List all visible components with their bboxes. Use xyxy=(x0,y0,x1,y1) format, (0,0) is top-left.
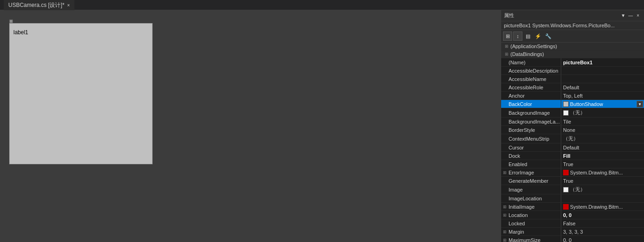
prop-row-dock: Dock Fill xyxy=(501,152,644,160)
prop-row-bgimagelayout: BackgroundImageLa... Tile xyxy=(501,118,644,126)
prop-value-name[interactable]: pictureBox1 xyxy=(561,58,644,66)
prop-name-imagelocation: ImageLocation xyxy=(501,194,561,202)
backcolor-dropdown[interactable]: ▼ xyxy=(637,101,643,107)
prop-value-dock[interactable]: Fill xyxy=(561,152,644,160)
prop-value-location[interactable]: 0, 0 xyxy=(561,211,644,219)
prop-row-accessible-desc: AccessibleDescription xyxy=(501,67,644,75)
prop-value-maximumsize[interactable]: 0, 0 xyxy=(561,236,644,242)
events-view-button[interactable]: ⚡ xyxy=(534,31,543,41)
prop-value-initialimage[interactable]: System.Drawing.Bitm... xyxy=(561,203,644,211)
prop-name-accessible-desc: AccessibleDescription xyxy=(501,67,561,74)
prop-row-name: (Name) pictureBox1 xyxy=(501,58,644,67)
tab-close-button[interactable]: × xyxy=(67,3,70,8)
prop-row-imagelocation: ImageLocation xyxy=(501,194,644,203)
properties-pin-button[interactable]: ▼ xyxy=(620,12,626,19)
prop-name-location: ⊞ Location xyxy=(501,211,561,219)
prop-row-backcolor: BackColor ButtonShadow ▼ xyxy=(501,100,644,108)
expand-icon-maximumsize[interactable]: ⊞ xyxy=(503,238,507,242)
properties-minimize-button[interactable]: — xyxy=(627,12,634,19)
image-swatch xyxy=(563,187,569,192)
categorized-view-button[interactable]: ⊞ xyxy=(503,31,512,41)
prop-row-initialimage: ⊞ InitialImage System.Drawing.Bitm... xyxy=(501,203,644,211)
form-resize-handle[interactable] xyxy=(9,19,13,23)
prop-value-bgimage[interactable]: （无） xyxy=(561,108,644,117)
prop-name-cursor: Cursor xyxy=(501,143,561,151)
label1: label1 xyxy=(13,29,28,36)
prop-value-enabled[interactable]: True xyxy=(561,160,644,168)
tab-usbcamera[interactable]: USBCamera.cs [设计]* × xyxy=(4,0,74,11)
prop-name-initialimage: ⊞ InitialImage xyxy=(501,203,561,211)
expand-icon-initialimage[interactable]: ⊞ xyxy=(503,205,507,209)
initialimage-icon xyxy=(563,204,569,210)
prop-value-anchor[interactable]: Top, Left xyxy=(561,92,644,99)
prop-value-backcolor[interactable]: ButtonShadow ▼ xyxy=(561,100,644,108)
prop-row-locked: Locked False xyxy=(501,219,644,228)
prop-row-contextmenu: ContextMenuStrip （无） xyxy=(501,134,644,143)
properties-table: ⊞ (ApplicationSettings) ⊞ (DataBindings)… xyxy=(501,43,644,242)
prop-value-accessible-role[interactable]: Default xyxy=(561,83,644,91)
property-pages-button[interactable]: 🔧 xyxy=(544,31,553,41)
component-selector[interactable]: pictureBox1 System.Windows.Forms.Picture… xyxy=(501,21,644,30)
prop-value-accessible-name[interactable] xyxy=(561,75,644,83)
prop-value-cursor[interactable]: Default xyxy=(561,143,644,151)
prop-value-locked[interactable]: False xyxy=(561,219,644,227)
prop-value-generatemember[interactable]: True xyxy=(561,177,644,185)
prop-value-accessible-desc[interactable] xyxy=(561,67,644,74)
prop-name-generatemember: GenerateMember xyxy=(501,177,561,185)
prop-name-maximumsize: ⊞ MaximumSize xyxy=(501,236,561,242)
prop-name-contextmenu: ContextMenuStrip xyxy=(501,134,561,143)
prop-row-location: ⊞ Location 0, 0 xyxy=(501,211,644,219)
prop-row-cursor: Cursor Default xyxy=(501,143,644,152)
image-text: （无） xyxy=(570,186,585,193)
prop-row-generatemember: GenerateMember True xyxy=(501,177,644,185)
prop-row-borderstyle: BorderStyle None xyxy=(501,126,644,134)
expand-icon-databindings: ⊞ xyxy=(505,52,509,56)
prop-name-locked: Locked xyxy=(501,219,561,227)
prop-row-margin: ⊞ Margin 3, 3, 3, 3 xyxy=(501,228,644,236)
prop-name-margin: ⊞ Margin xyxy=(501,228,561,236)
backcolor-text: ButtonShadow xyxy=(570,101,603,107)
prop-name-bgimagelayout: BackgroundImageLa... xyxy=(501,118,561,125)
prop-row-errorimage: ⊞ ErrorImage System.Drawing.Bitm... xyxy=(501,168,644,177)
prop-name-errorimage: ⊞ ErrorImage xyxy=(501,168,561,176)
prop-value-imagelocation[interactable] xyxy=(561,194,644,202)
properties-view-button[interactable]: ▤ xyxy=(523,31,533,41)
prop-row-accessible-role: AccessibleRole Default xyxy=(501,83,644,92)
prop-name-dock: Dock xyxy=(501,152,561,160)
prop-name-anchor: Anchor xyxy=(501,92,561,99)
prop-row-maximumsize: ⊞ MaximumSize 0, 0 xyxy=(501,236,644,242)
errorimage-text: System.Drawing.Bitm... xyxy=(570,170,623,175)
alphabetical-view-button[interactable]: ↕ xyxy=(513,31,522,41)
bgimage-swatch xyxy=(563,110,569,116)
prop-value-contextmenu[interactable]: （无） xyxy=(561,134,644,143)
prop-name-borderstyle: BorderStyle xyxy=(501,126,561,134)
group-databindings[interactable]: ⊞ (DataBindings) xyxy=(501,50,644,58)
expand-icon-location[interactable]: ⊞ xyxy=(503,213,507,217)
properties-panel: 属性 ▼ — × pictureBox1 System.Windows.Form… xyxy=(501,10,644,242)
backcolor-swatch xyxy=(563,101,569,107)
expand-icon-appsettings: ⊞ xyxy=(505,44,509,49)
prop-row-accessible-name: AccessibleName xyxy=(501,75,644,83)
form-window: label1 xyxy=(9,23,153,164)
dock-value-text: Fill xyxy=(563,153,570,159)
prop-name-accessible-role: AccessibleRole xyxy=(501,83,561,91)
properties-close-button[interactable]: × xyxy=(635,12,641,19)
initialimage-text: System.Drawing.Bitm... xyxy=(570,204,623,210)
properties-title: 属性 xyxy=(504,12,514,19)
prop-value-name-text: pictureBox1 xyxy=(563,60,593,65)
expand-icon-errorimage[interactable]: ⊞ xyxy=(503,170,507,175)
tab-label: USBCamera.cs [设计]* xyxy=(8,1,64,9)
group-label-databindings: (DataBindings) xyxy=(510,51,544,57)
prop-value-bgimagelayout[interactable]: Tile xyxy=(561,118,644,125)
component-name: pictureBox1 System.Windows.Forms.Picture… xyxy=(504,23,615,28)
expand-icon-margin[interactable]: ⊞ xyxy=(503,230,507,234)
prop-row-image: Image （无） xyxy=(501,185,644,194)
prop-value-errorimage[interactable]: System.Drawing.Bitm... xyxy=(561,168,644,176)
prop-value-image[interactable]: （无） xyxy=(561,185,644,194)
prop-value-margin[interactable]: 3, 3, 3, 3 xyxy=(561,228,644,236)
group-label-appsettings: (ApplicationSettings) xyxy=(510,43,557,49)
prop-value-borderstyle[interactable]: None xyxy=(561,126,644,134)
prop-name-name: (Name) xyxy=(501,58,561,66)
properties-toolbar: ⊞ ↕ ▤ ⚡ 🔧 xyxy=(501,30,644,43)
group-applicationsettings[interactable]: ⊞ (ApplicationSettings) xyxy=(501,43,644,50)
